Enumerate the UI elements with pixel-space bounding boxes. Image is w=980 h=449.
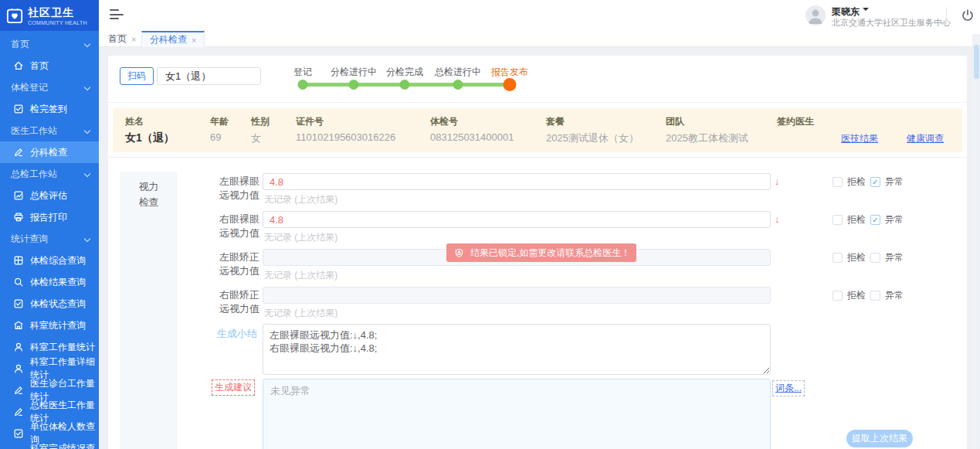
patient-name: 女1（退） — [125, 131, 175, 145]
patient-sex: 女 — [251, 131, 261, 145]
refuse-checkbox[interactable] — [832, 253, 843, 263]
col-header-package: 套餐 — [546, 115, 565, 128]
previous-result-text: 无记录 (上次结果) — [264, 193, 337, 206]
col-header-signed-doctor: 签约医生 — [777, 115, 814, 128]
top-header: 栗晓东 北京交通大学社区卫生服务中心 — [99, 0, 980, 31]
generate-advice-button[interactable]: 生成建议 — [212, 379, 255, 396]
sidebar-item-doctor-desk-workload-stat[interactable]: 医生诊台工作量统计 — [0, 379, 99, 401]
scrollbar-track[interactable] — [972, 34, 980, 449]
patient-team: 2025教工体检测试 — [666, 131, 748, 145]
sidebar-group-home[interactable]: 首页 — [0, 33, 99, 55]
lock-shield-icon — [454, 248, 464, 258]
sidebar-item-department-exam[interactable]: 分科检查 — [0, 141, 99, 163]
scrollbar-thumb[interactable] — [974, 45, 979, 79]
sidebar-item-exam-result-query[interactable]: 体检结果查询 — [0, 271, 99, 293]
abnormal-checkbox[interactable] — [870, 291, 880, 301]
extract-last-result-button[interactable]: 提取上次结果 — [846, 430, 913, 447]
close-icon[interactable]: × — [192, 36, 196, 45]
sidebar-item-checkin[interactable]: 检完签到 — [0, 98, 99, 120]
sidebar-item-general-eval[interactable]: 总检评估 — [0, 185, 99, 206]
sidebar-group-statistics[interactable]: 统计查询 — [0, 228, 99, 250]
sidebar-item-report-print[interactable]: 报告打印 — [0, 206, 99, 228]
locked-toast-text: 结果已锁定,如需更改请联系总检医生！ — [470, 247, 630, 260]
search-icon — [13, 277, 24, 287]
edit-icon — [13, 406, 24, 417]
form-row-right-corrected-vision: 右眼矫正远视力值 无记录 (上次结果) 拒检 异常 — [108, 287, 967, 325]
step-dot-done — [400, 80, 410, 90]
close-icon[interactable]: × — [131, 35, 136, 44]
patient-exam-no: 083125031400001 — [430, 131, 514, 143]
sidebar-item-unit-exam-count-query[interactable]: 单位体检人数查询 — [0, 423, 99, 444]
previous-result-text: 无记录 (上次结果) — [264, 307, 337, 320]
abnormal-checkbox[interactable] — [870, 253, 880, 263]
sidebar-group-doctor-station[interactable]: 医生工作站 — [0, 120, 99, 141]
user-icon — [13, 342, 24, 352]
app-root: 社区卫生 COMMUNITY HEALTH 首页 首页 体检登记 检完签到 医生… — [0, 0, 980, 449]
avatar[interactable] — [805, 5, 826, 26]
medical-tech-results-link[interactable]: 医技结果 — [841, 132, 878, 145]
abnormal-checkbox[interactable] — [870, 177, 880, 187]
tab-home[interactable]: 首页× — [108, 31, 136, 47]
refuse-checkbox[interactable] — [832, 177, 843, 187]
step-dot-current — [504, 78, 517, 91]
tab-department-exam[interactable]: 分科检查× — [141, 31, 205, 47]
sidebar-item-dept-stat-query[interactable]: 科室统计查询 — [0, 315, 99, 336]
previous-result-text: 无记录 (上次结果) — [264, 269, 337, 282]
user-icon — [13, 363, 24, 374]
left-naked-vision-input[interactable] — [263, 173, 771, 190]
patient-package: 2025测试退休（女） — [546, 131, 639, 145]
patient-info-bar: 姓名 年龄 性别 证件号 体检号 套餐 团队 签约医生 女1（退） 69 女 1… — [113, 108, 962, 152]
sidebar-menu: 首页 首页 体检登记 检完签到 医生工作站 分科检查 总检工作站 总检评估 报告… — [0, 33, 99, 449]
main-card: 扫码 登记 分检进行中 分检完成 总检进行中 报告发布 姓名 年龄 性别 证件号… — [108, 56, 967, 449]
chevron-down-icon — [84, 41, 90, 47]
home-icon — [13, 60, 24, 71]
advice-textarea[interactable] — [263, 379, 771, 449]
previous-result-text: 无记录 (上次结果) — [264, 231, 337, 244]
collapse-sidebar-icon[interactable] — [110, 9, 124, 21]
printer-icon — [13, 212, 24, 223]
patient-id-no: 110102195603016226 — [296, 131, 395, 143]
right-corrected-vision-input — [263, 287, 771, 304]
sidebar-item-home[interactable]: 首页 — [0, 55, 99, 77]
sidebar-group-registration[interactable]: 体检登记 — [0, 77, 99, 98]
bank-icon — [13, 320, 24, 331]
grid-icon — [13, 255, 24, 266]
sidebar-item-exam-comprehensive-query[interactable]: 体检综合查询 — [0, 250, 99, 271]
sidebar-item-dept-workload-detail-stat[interactable]: 科室工作量详细统计 — [0, 358, 99, 379]
brand-logo-icon — [6, 7, 23, 24]
col-header-sex: 性别 — [251, 115, 270, 128]
low-arrow-indicator: ↓ — [775, 175, 780, 187]
user-organization: 北京交通大学社区卫生服务中心 — [832, 17, 951, 29]
brand-title: 社区卫生 — [28, 6, 87, 20]
refuse-checkbox[interactable] — [832, 215, 843, 225]
entry-dictionary-link[interactable]: 词条... — [772, 380, 805, 396]
step-dot-done — [453, 80, 463, 90]
health-survey-link[interactable]: 健康调查 — [907, 132, 944, 145]
sidebar-item-dept-completion-query[interactable]: 科室完成情况查询 — [0, 444, 99, 449]
divider — [108, 157, 967, 158]
refuse-checkbox[interactable] — [832, 291, 843, 301]
right-naked-vision-input[interactable] — [263, 211, 771, 228]
generate-summary-button[interactable]: 生成小结 — [217, 327, 257, 341]
col-header-exam-no: 体检号 — [430, 115, 458, 128]
brand-subtitle: COMMUNITY HEALTH — [28, 20, 87, 26]
patient-search-input[interactable] — [157, 67, 261, 85]
sidebar-item-dept-workload-stat[interactable]: 科室工作量统计 — [0, 336, 99, 358]
sidebar-item-general-doctor-workload-stat[interactable]: 总检医生工作量统计 — [0, 401, 99, 423]
step-dot-done — [298, 80, 308, 90]
divider — [108, 102, 967, 103]
logout-power-icon[interactable] — [960, 8, 975, 23]
summary-textarea[interactable]: 左眼裸眼远视力值:↓,4.8; 右眼裸眼远视力值:↓,4.8; — [263, 324, 771, 375]
sidebar-group-general-station[interactable]: 总检工作站 — [0, 163, 99, 185]
tab-bar: 首页× 分科检查× — [99, 31, 980, 47]
col-header-id-no: 证件号 — [296, 115, 324, 128]
low-arrow-indicator: ↓ — [775, 213, 780, 225]
edit-icon — [13, 385, 24, 396]
check-square-icon — [13, 428, 24, 439]
check-square-icon — [13, 104, 24, 114]
check-square-icon — [13, 298, 24, 309]
abnormal-checkbox[interactable] — [870, 215, 880, 225]
sidebar-item-exam-status-query[interactable]: 体检状态查询 — [0, 293, 99, 315]
scan-code-button[interactable]: 扫码 — [120, 67, 154, 85]
header-divider — [946, 7, 947, 24]
